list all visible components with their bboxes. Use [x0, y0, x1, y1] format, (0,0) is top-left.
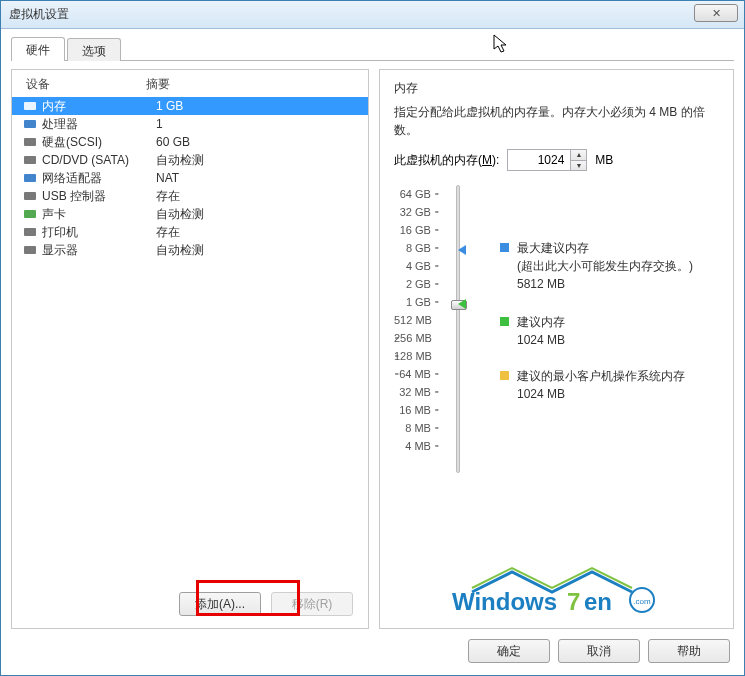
device-row[interactable]: CD/DVD (SATA)自动检测	[12, 151, 368, 169]
header-summary: 摘要	[146, 76, 170, 93]
device-icon	[22, 99, 38, 113]
titlebar[interactable]: 虚拟机设置 ✕	[1, 1, 744, 29]
device-row[interactable]: 打印机存在	[12, 223, 368, 241]
device-row[interactable]: 显示器自动检测	[12, 241, 368, 259]
legend-max-val: 5812 MB	[517, 275, 693, 293]
spin-up-icon[interactable]: ▲	[571, 150, 586, 161]
scale-tick: 1 GB ⁃	[406, 293, 440, 311]
tabs: 硬件 选项	[11, 37, 734, 61]
legend-min-swatch	[500, 371, 509, 380]
svg-text:en: en	[584, 588, 612, 614]
marker-rec-icon	[458, 299, 466, 309]
ok-button[interactable]: 确定	[468, 639, 550, 663]
device-summary: 存在	[156, 224, 180, 241]
memory-unit: MB	[595, 153, 613, 167]
svg-rect-6	[24, 210, 36, 218]
cancel-button[interactable]: 取消	[558, 639, 640, 663]
scale-tick: 16 MB ⁃	[399, 401, 440, 419]
close-button[interactable]: ✕	[694, 4, 738, 22]
window-title: 虚拟机设置	[9, 6, 69, 23]
device-icon	[22, 225, 38, 239]
scale-tick: 8 MB ⁃	[405, 419, 440, 437]
spin-down-icon[interactable]: ▼	[571, 161, 586, 171]
device-icon	[22, 243, 38, 257]
close-icon: ✕	[712, 7, 721, 20]
add-button-label: 添加(A)...	[195, 596, 245, 613]
scale-tick: 512 MB ⁃	[394, 311, 440, 329]
device-summary: 1 GB	[156, 99, 183, 113]
windows7en-logo: Windows 7 en .com	[437, 564, 677, 614]
memory-spinner[interactable]: ▲▼	[570, 150, 586, 170]
device-name: 显示器	[42, 242, 156, 259]
memory-input[interactable]: 1024 ▲▼	[507, 149, 587, 171]
svg-rect-1	[24, 120, 36, 128]
legend-max-desc: (超出此大小可能发生内存交换。)	[517, 257, 693, 275]
device-name: 硬盘(SCSI)	[42, 134, 156, 151]
device-summary: 1	[156, 117, 163, 131]
svg-rect-3	[24, 156, 36, 164]
device-name: USB 控制器	[42, 188, 156, 205]
scale-tick: 64 MB ⁃	[399, 365, 440, 383]
memory-input-label: 此虚拟机的内存(M):	[394, 152, 499, 169]
device-name: 网络适配器	[42, 170, 156, 187]
content-area: 硬件 选项 设备 摘要 内存1 GB处理器1硬盘(SCSI)60 GBCD/DV…	[1, 29, 744, 675]
legend-max-swatch	[500, 243, 509, 252]
device-row[interactable]: 内存1 GB	[12, 97, 368, 115]
device-name: 声卡	[42, 206, 156, 223]
device-name: 处理器	[42, 116, 156, 133]
device-summary: 自动检测	[156, 152, 204, 169]
legend-rec-val: 1024 MB	[517, 331, 565, 349]
device-name: CD/DVD (SATA)	[42, 153, 156, 167]
device-buttons: 添加(A)... 移除(R)	[12, 584, 368, 628]
scale-tick: 16 GB ⁃	[400, 221, 440, 239]
memory-input-row: 此虚拟机的内存(M): 1024 ▲▼ MB	[394, 149, 719, 171]
memory-desc: 指定分配给此虚拟机的内存量。内存大小必须为 4 MB 的倍数。	[394, 103, 719, 139]
device-summary: NAT	[156, 171, 179, 185]
vm-settings-window: 虚拟机设置 ✕ 硬件 选项 设备 摘要 内存1 GB处理器1硬盘(SCSI)60…	[0, 0, 745, 676]
svg-text:Windows: Windows	[452, 588, 557, 614]
legend-max-title: 最大建议内存	[517, 239, 693, 257]
device-row[interactable]: USB 控制器存在	[12, 187, 368, 205]
svg-rect-8	[24, 246, 36, 254]
device-summary: 自动检测	[156, 206, 204, 223]
device-row[interactable]: 硬盘(SCSI)60 GB	[12, 133, 368, 151]
device-row[interactable]: 处理器1	[12, 115, 368, 133]
device-summary: 自动检测	[156, 242, 204, 259]
device-icon	[22, 153, 38, 167]
svg-text:.com: .com	[633, 597, 651, 606]
device-name: 内存	[42, 98, 156, 115]
memory-scale-labels: 64 GB ⁃32 GB ⁃16 GB ⁃8 GB ⁃4 GB ⁃2 GB ⁃1…	[394, 185, 440, 473]
panels: 设备 摘要 内存1 GB处理器1硬盘(SCSI)60 GBCD/DVD (SAT…	[11, 69, 734, 629]
scale-tick: 32 MB ⁃	[399, 383, 440, 401]
device-summary: 存在	[156, 188, 180, 205]
help-button[interactable]: 帮助	[648, 639, 730, 663]
scale-tick: 8 GB ⁃	[406, 239, 440, 257]
svg-rect-4	[24, 174, 36, 182]
scale-tick: 4 GB ⁃	[406, 257, 440, 275]
device-icon	[22, 135, 38, 149]
scale-tick: 2 GB ⁃	[406, 275, 440, 293]
tab-hardware[interactable]: 硬件	[11, 37, 65, 60]
device-icon	[22, 189, 38, 203]
scale-tick: 128 MB ⁃	[394, 347, 440, 365]
device-icon	[22, 207, 38, 221]
memory-panel: 内存 指定分配给此虚拟机的内存量。内存大小必须为 4 MB 的倍数。 此虚拟机的…	[379, 69, 734, 629]
header-device: 设备	[26, 76, 146, 93]
slider-track	[456, 185, 460, 473]
device-summary: 60 GB	[156, 135, 190, 149]
svg-rect-2	[24, 138, 36, 146]
memory-group-title: 内存	[394, 80, 719, 97]
device-name: 打印机	[42, 224, 156, 241]
device-list[interactable]: 内存1 GB处理器1硬盘(SCSI)60 GBCD/DVD (SATA)自动检测…	[12, 97, 368, 584]
scale-tick: 256 MB ⁃	[394, 329, 440, 347]
device-row[interactable]: 网络适配器NAT	[12, 169, 368, 187]
dialog-buttons: 确定 取消 帮助	[11, 629, 734, 667]
tab-options[interactable]: 选项	[67, 38, 121, 61]
device-icon	[22, 117, 38, 131]
add-button[interactable]: 添加(A)...	[179, 592, 261, 616]
memory-slider[interactable]	[448, 185, 468, 473]
device-row[interactable]: 声卡自动检测	[12, 205, 368, 223]
memory-legend: 最大建议内存 (超出此大小可能发生内存交换。) 5812 MB 建议内存 102…	[476, 185, 719, 473]
svg-rect-5	[24, 192, 36, 200]
device-icon	[22, 171, 38, 185]
